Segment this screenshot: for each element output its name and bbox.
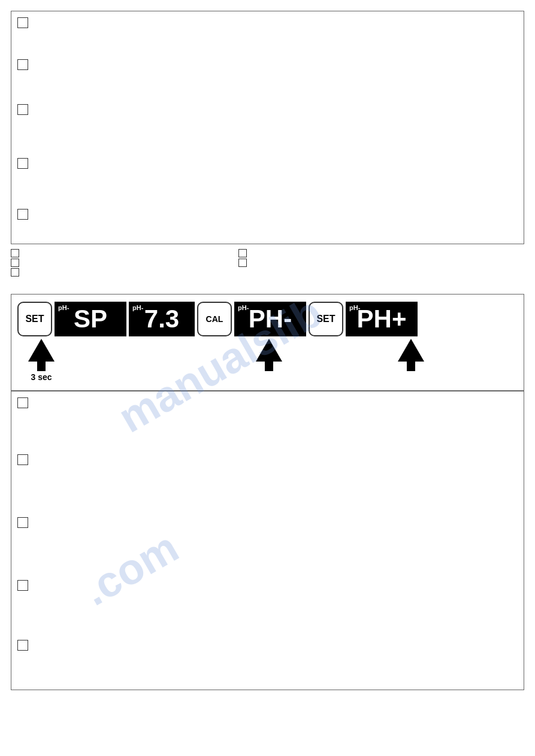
arrow-up-1 — [28, 339, 55, 362]
top-checkbox-2[interactable] — [17, 59, 28, 70]
arrow-up-3 — [398, 339, 424, 362]
middle-checkbox-2[interactable] — [11, 259, 19, 267]
bottom-checkbox-4[interactable] — [17, 580, 28, 591]
middle-checkbox-5[interactable] — [238, 259, 247, 267]
top-content-box — [11, 11, 524, 244]
control-panel: SET pH- SP pH- 7.3 CAL pH- PH- SET pH- P… — [11, 294, 524, 391]
arrow-stem-1 — [37, 362, 46, 371]
bottom-checkbox-1[interactable] — [17, 397, 28, 408]
top-checkbox-4[interactable] — [17, 158, 28, 169]
top-checkbox-1[interactable] — [17, 17, 28, 28]
php-display: pH- PH+ — [346, 302, 418, 336]
middle-checkbox-4[interactable] — [238, 249, 247, 257]
middle-checkbox-1[interactable] — [11, 249, 19, 257]
arrow-stem-3 — [407, 362, 415, 371]
sp-ph-label: pH- — [58, 304, 69, 311]
middle-checkbox-3[interactable] — [11, 268, 19, 277]
middle-right-checkboxes — [238, 249, 247, 267]
arrow-group-1: 3 sec — [28, 339, 55, 382]
top-checkbox-5[interactable] — [17, 209, 28, 220]
middle-section — [11, 249, 524, 288]
php-ph-label: pH- — [349, 304, 360, 311]
panel-controls-row: SET pH- SP pH- 7.3 CAL pH- PH- SET pH- P… — [17, 302, 518, 336]
phm-text: PH- — [249, 305, 292, 333]
cal-button[interactable]: CAL — [197, 302, 232, 336]
val-ph-label: pH- — [132, 304, 143, 311]
phm-display: pH- PH- — [234, 302, 306, 336]
sp-text: SP — [74, 305, 107, 333]
bottom-checkbox-5[interactable] — [17, 640, 28, 651]
bottom-checkbox-2[interactable] — [17, 454, 28, 465]
val-text: 7.3 — [144, 305, 179, 333]
set-button-2[interactable]: SET — [309, 302, 343, 336]
bottom-content-box — [11, 391, 524, 690]
value-display: pH- 7.3 — [129, 302, 195, 336]
arrow-label-1: 3 sec — [31, 372, 52, 382]
phm-ph-label: pH- — [238, 304, 249, 311]
bottom-checkbox-3[interactable] — [17, 517, 28, 528]
set-button-1[interactable]: SET — [17, 302, 52, 336]
sp-display: pH- SP — [55, 302, 126, 336]
php-text: PH+ — [357, 305, 407, 333]
arrow-group-2 — [256, 339, 282, 371]
arrow-up-2 — [256, 339, 282, 362]
arrows-row: 3 sec — [17, 339, 518, 381]
arrow-group-3 — [398, 339, 424, 371]
arrow-stem-2 — [265, 362, 273, 371]
top-checkbox-3[interactable] — [17, 104, 28, 115]
middle-left-checkboxes — [11, 249, 19, 288]
